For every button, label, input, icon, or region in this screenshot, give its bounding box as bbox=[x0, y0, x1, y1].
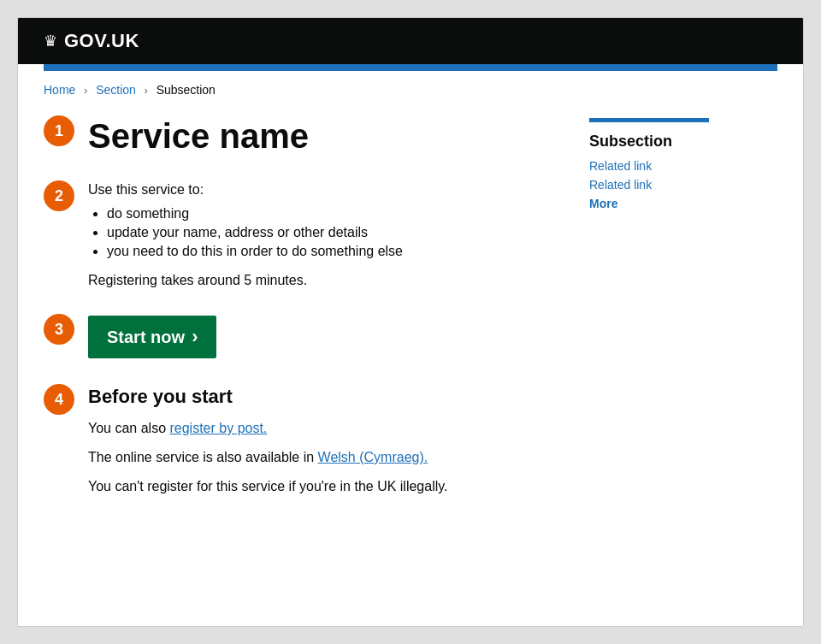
step-4-badge: 4 bbox=[44, 384, 74, 415]
gov-header: ♛ GOV.UK bbox=[18, 18, 803, 64]
before-line-3: You can't register for this service if y… bbox=[88, 476, 555, 497]
service-name: Service name bbox=[88, 117, 555, 155]
sidebar-title: Subsection bbox=[589, 133, 777, 151]
step-1-badge: 1 bbox=[44, 115, 74, 146]
breadcrumb-home[interactable]: Home bbox=[44, 83, 75, 97]
step-1-section: 1 Service name bbox=[44, 114, 555, 155]
sidebar-more-link[interactable]: More bbox=[589, 197, 777, 210]
step-3-section: 3 Start now › bbox=[44, 312, 555, 358]
before-line-1: You can also register by post. bbox=[88, 418, 555, 439]
breadcrumb-sep-2: › bbox=[145, 85, 148, 97]
sidebar-blue-bar bbox=[589, 118, 709, 122]
sidebar: Subsection Related link Related link Mor… bbox=[589, 114, 777, 529]
before-line-2: The online service is also available in … bbox=[88, 447, 555, 468]
step-4-content: Before you start You can also register b… bbox=[88, 382, 555, 505]
step-2-section: 2 Use this service to: do something upda… bbox=[44, 179, 555, 288]
step-2-content: Use this service to: do something update… bbox=[88, 179, 555, 288]
main-content: 1 Service name 2 Use this service to: do… bbox=[18, 105, 803, 555]
breadcrumb: Home › Section › Subsection bbox=[18, 71, 803, 105]
start-now-button[interactable]: Start now › bbox=[88, 316, 216, 358]
gov-title: GOV.UK bbox=[64, 30, 139, 52]
list-item: do something bbox=[107, 206, 555, 222]
content-area: 1 Service name 2 Use this service to: do… bbox=[44, 114, 555, 529]
step-3-badge: 3 bbox=[44, 314, 74, 345]
register-text: Registering takes around 5 minutes. bbox=[88, 273, 555, 288]
breadcrumb-section[interactable]: Section bbox=[96, 83, 136, 97]
before-you-start-title: Before you start bbox=[88, 386, 555, 408]
welsh-link[interactable]: Welsh (Cymraeg). bbox=[318, 450, 428, 464]
breadcrumb-subsection: Subsection bbox=[157, 83, 216, 97]
sidebar-related-link-2[interactable]: Related link bbox=[589, 178, 777, 192]
start-now-arrow-icon: › bbox=[192, 326, 198, 348]
register-by-post-link[interactable]: register by post. bbox=[169, 421, 267, 435]
step-4-section: 4 Before you start You can also register… bbox=[44, 382, 555, 505]
blue-bar bbox=[44, 64, 777, 71]
breadcrumb-sep-1: › bbox=[84, 85, 87, 97]
start-now-label: Start now bbox=[107, 328, 185, 347]
list-item: update your name, address or other detai… bbox=[107, 225, 555, 240]
list-item: you need to do this in order to do somet… bbox=[107, 244, 555, 259]
step-3-content: Start now › bbox=[88, 312, 555, 358]
sidebar-related-link-1[interactable]: Related link bbox=[589, 159, 777, 173]
use-service-intro: Use this service to: bbox=[88, 182, 555, 198]
before-line-1-text: You can also bbox=[88, 421, 169, 435]
page-container: ♛ GOV.UK Home › Section › Subsection 1 S… bbox=[17, 17, 804, 627]
step-2-badge: 2 bbox=[44, 180, 74, 211]
step-1-content: Service name bbox=[88, 114, 555, 155]
before-line-2-text: The online service is also available in bbox=[88, 450, 318, 464]
bullet-list: do something update your name, address o… bbox=[88, 206, 555, 259]
crown-icon: ♛ bbox=[44, 32, 57, 50]
